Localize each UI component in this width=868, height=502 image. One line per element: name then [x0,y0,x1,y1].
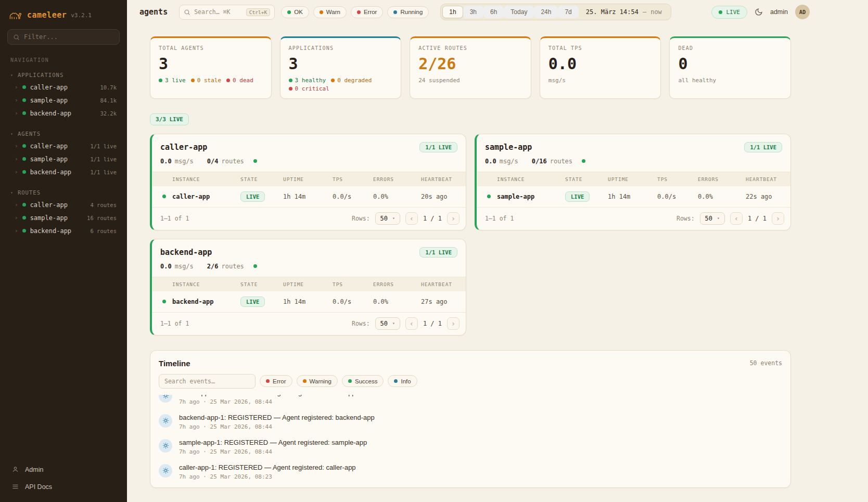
timeline-filter-info[interactable]: Info [388,375,417,387]
time-range-1h[interactable]: 1h [442,6,463,18]
main-area: agents Ctrl+K OK Warn Error Ru [127,0,868,502]
sidebar-item-label: sample-app [30,97,68,104]
next-page-button[interactable]: › [447,212,459,225]
sidebar-item-label: caller-app [30,84,68,91]
search-icon [184,9,190,16]
timeline-event[interactable]: backend-app-1: REGISTERED — Agent regist… [150,409,790,434]
timeline-filter-error[interactable]: Error [260,375,292,387]
app-card-title[interactable]: sample-app [485,143,532,152]
tps-value: 0.0 [485,158,496,165]
chip-label: Info [401,378,411,384]
table-row[interactable]: sample-app LIVE 1h 14m 0.0/s 0.0% 22s ag… [477,186,790,207]
rows-per-page-select[interactable]: 50 ▾ [375,212,400,225]
prev-page-button[interactable]: ‹ [405,212,418,225]
rows-per-page-select[interactable]: 50 ▾ [700,212,725,225]
sidebar-item-applications-sample-app[interactable]: › sample-app 84.1k [6,94,121,107]
heartbeat-cell: 27s ago [421,298,466,305]
time-range-24h[interactable]: 24h [534,6,558,18]
heartbeat-cell: 22s ago [746,193,790,200]
app-card-sample-app: sample-app 1/1 LIVE 0.0 msg/s 0/16 route… [475,134,791,230]
prev-page-button[interactable]: ‹ [405,317,418,330]
content-scroll-area[interactable]: TOTAL AGENTS 3 3 live 0 stale 0 dead APP… [127,24,868,502]
sidebar-item-routes-caller-app[interactable]: › caller-app 4 routes [6,198,121,211]
live-status-label: LIVE [726,9,740,16]
sidebar-filter [7,29,120,45]
sidebar-item-admin[interactable]: Admin [6,461,121,478]
sidebar-item-agents-backend-app[interactable]: › backend-app 1/1 live [6,165,121,178]
time-range-6h[interactable]: 6h [483,6,504,18]
sidebar-item-label: sample-app [30,156,68,163]
filter-chip-warn[interactable]: Warn [313,6,347,18]
sidebar-section-header-applications[interactable]: ▾ APPLICATIONS [6,69,121,81]
next-page-button[interactable]: › [772,212,784,225]
instance-status-dot [487,195,491,198]
event-title: backend-app-1: REGISTERED — Agent regist… [179,414,375,421]
logo[interactable]: cameleer v3.2.1 [6,7,121,29]
sidebar-section-header-agents[interactable]: ▾ AGENTS [6,128,121,139]
rows-per-page-select[interactable]: 50 ▾ [375,317,400,330]
sidebar-item-routes-backend-app[interactable]: › backend-app 6 routes [6,224,121,237]
apps-grid: caller-app 1/1 LIVE 0.0 msg/s 0/4 routes… [150,134,791,336]
page-indicator: 1 / 1 [423,320,442,327]
instances-table-header: INSTANCE STATE UPTIME TPS ERRORS HEARTBE… [152,277,466,291]
sidebar-item-api-docs[interactable]: API Docs [6,479,121,495]
timeline-event[interactable]: sample-app-1: REGISTERED — Agent registe… [150,434,790,459]
app-version: v3.2.1 [71,12,92,19]
live-status-dot [719,10,722,14]
healthy-dot [289,79,292,82]
chevron-down-icon: ▾ [10,190,14,195]
timeline-event[interactable]: caller-app-1: REGISTERED — Agent registe… [150,459,790,484]
stat-value: 3 [289,56,393,72]
app-card-title[interactable]: caller-app [160,143,207,152]
app-card-title[interactable]: backend-app [160,248,212,257]
filter-chip-running[interactable]: Running [387,6,429,18]
gear-icon [159,439,172,453]
time-range-3h[interactable]: 3h [463,6,483,18]
table-row[interactable]: caller-app LIVE 1h 14m 0.0/s 0.0% 20s ag… [152,186,466,207]
tps-unit: msg/s [175,158,194,165]
dark-mode-toggle[interactable] [755,8,763,16]
status-dot [22,144,26,148]
filter-chip-ok[interactable]: OK [281,6,309,18]
global-search: Ctrl+K [179,5,275,20]
timeline-search-input[interactable] [164,378,250,385]
next-page-button[interactable]: › [447,317,459,330]
heartbeat-cell: 20s ago [421,193,466,200]
time-range-7d[interactable]: 7d [558,6,578,18]
chip-label: Running [400,9,423,15]
event-timestamp: 7h ago · 25 Mar 2026, 08:44 [179,448,367,455]
global-search-input[interactable] [194,8,242,16]
avatar[interactable]: AD [795,5,810,19]
event-title: caller-app-1: REGISTERED — Agent registe… [179,464,356,471]
rows-label: Rows: [352,320,370,327]
timeline-filter-success[interactable]: Success [342,375,384,387]
sidebar-item-routes-sample-app[interactable]: › sample-app 16 routes [6,211,121,224]
sidebar-item-agents-sample-app[interactable]: › sample-app 1/1 live [6,152,121,165]
topbar-right: LIVE admin AD [711,5,810,19]
time-range-today[interactable]: Today [504,6,534,18]
sidebar-filter-input[interactable] [24,33,114,41]
filter-chip-error[interactable]: Error [351,6,384,18]
event-title: sample-app-1: REGISTERED — Agent registe… [179,439,367,446]
timeline-event-list[interactable]: caller-app-1: REGISTERED — Agent registe… [150,395,790,487]
status-dot [22,98,26,102]
sidebar-item-applications-backend-app[interactable]: › backend-app 32.2k [6,107,121,120]
sidebar-section-header-routes[interactable]: ▾ ROUTES [6,187,121,198]
sidebar-section-agents: ▾ AGENTS › caller-app 1/1 live › sample-… [6,128,121,178]
health-dot [253,159,257,163]
prev-page-button[interactable]: ‹ [730,212,743,225]
table-row[interactable]: backend-app LIVE 1h 14m 0.0/s 0.0% 27s a… [152,291,466,312]
routes-unit: routes [222,158,244,165]
column-header: HEARTBEAT [421,281,466,287]
timeline-filter-warning[interactable]: Warning [297,375,338,387]
column-header: TPS [657,176,698,182]
state-badge: LIVE [240,297,265,307]
chip-label: Warn [326,9,340,15]
column-header: HEARTBEAT [421,176,466,182]
sidebar-item-agents-caller-app[interactable]: › caller-app 1/1 live [6,139,121,152]
sidebar-item-applications-caller-app[interactable]: › caller-app 10.7k [6,81,121,94]
chip-label: Error [364,9,377,15]
stat-subtext: 24 suspended [418,77,459,84]
timeline-event[interactable]: caller-app-1: REGISTERED — Agent registe… [150,395,790,409]
timeline-card: Timeline 50 events Error Warning [150,350,791,488]
